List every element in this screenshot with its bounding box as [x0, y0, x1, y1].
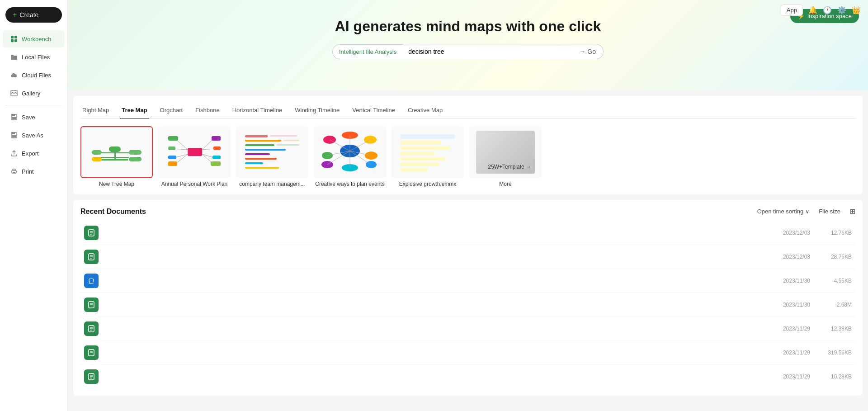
- table-row[interactable]: 2023/12/03 28.75KB: [80, 245, 855, 269]
- svg-rect-51: [277, 144, 299, 146]
- svg-rect-45: [245, 153, 270, 155]
- svg-line-26: [174, 149, 188, 150]
- template-card-creative-events[interactable]: Creative ways to plan events: [314, 126, 386, 187]
- template-card-explosive-growth[interactable]: Explosive growth.emmx: [392, 126, 464, 187]
- sidebar-item-save-as[interactable]: Save As: [3, 127, 65, 144]
- grid-icon[interactable]: ⚙️: [837, 6, 846, 14]
- svg-rect-7: [12, 117, 16, 119]
- card-preview-creative-events: [314, 126, 386, 178]
- tab-vertical-timeline[interactable]: Vertical Timeline: [350, 103, 397, 119]
- svg-rect-69: [401, 134, 455, 139]
- template-card-more[interactable]: 25W+Template → More: [469, 126, 542, 187]
- doc-size: 12.38KB: [816, 326, 852, 332]
- creative-preview-svg: [321, 131, 379, 174]
- doc-icon: [84, 226, 99, 240]
- svg-line-29: [202, 140, 212, 150]
- card-label-more: More: [469, 181, 542, 187]
- svg-rect-48: [245, 167, 279, 169]
- card-preview-explosive-growth: [392, 126, 464, 178]
- svg-rect-6: [12, 114, 15, 116]
- table-row[interactable]: 2023/12/03 12.76KB: [80, 221, 855, 245]
- card-preview-new-tree-map: [80, 126, 153, 178]
- sidebar-item-workbench[interactable]: Workbench: [3, 30, 65, 47]
- tab-right-map[interactable]: Right Map: [80, 103, 111, 119]
- tab-horizontal-timeline[interactable]: Horizontal Timeline: [231, 103, 284, 119]
- svg-line-30: [202, 149, 215, 150]
- svg-rect-14: [101, 159, 128, 161]
- doc-icon: [84, 274, 99, 288]
- bell-icon[interactable]: 🔔: [808, 6, 817, 14]
- table-row[interactable]: 2023/11/29 12.38KB: [80, 317, 855, 341]
- doc-size: 10.28KB: [816, 373, 852, 380]
- search-go-button[interactable]: → Go: [572, 44, 604, 59]
- svg-rect-21: [92, 157, 102, 161]
- templates-section: Right Map Tree Map Orgchart Fishbone Hor…: [73, 96, 863, 194]
- svg-rect-3: [14, 39, 17, 42]
- clock-icon[interactable]: 🕐: [823, 6, 832, 14]
- svg-rect-73: [401, 157, 446, 161]
- search-bar: Intelligent file Analysis → Go: [332, 44, 604, 59]
- create-button[interactable]: + Create: [5, 7, 62, 23]
- sidebar-item-label: Export: [22, 150, 39, 157]
- table-row[interactable]: 2023/11/29 319.56KB: [80, 341, 855, 365]
- table-row[interactable]: 2023/11/30 2.68M: [80, 293, 855, 317]
- view-toggle: ⊞: [849, 207, 855, 216]
- template-card-new-tree-map[interactable]: New Tree Map: [80, 126, 153, 187]
- sidebar-item-local-files[interactable]: Local Files: [3, 48, 65, 66]
- doc-size: 2.68M: [816, 302, 852, 308]
- company-preview-svg: [243, 131, 302, 174]
- svg-rect-37: [212, 136, 221, 141]
- table-row[interactable]: 2023/11/30 4.55KB: [80, 269, 855, 293]
- sidebar-item-label: Workbench: [22, 36, 52, 43]
- sidebar-item-export[interactable]: Export: [3, 145, 65, 162]
- svg-rect-44: [245, 149, 286, 151]
- tab-orgchart[interactable]: Orgchart: [158, 103, 185, 119]
- doc-size: 12.76KB: [816, 230, 852, 236]
- app-button[interactable]: App: [781, 5, 803, 16]
- save-icon: [10, 113, 18, 121]
- recent-title: Recent Documents: [80, 208, 146, 216]
- doc-size: 28.75KB: [816, 254, 852, 260]
- sidebar-item-gallery[interactable]: Gallery: [3, 85, 65, 102]
- doc-size: 319.56KB: [816, 350, 852, 356]
- svg-rect-50: [283, 140, 299, 141]
- svg-rect-41: [245, 135, 268, 137]
- tab-creative-map[interactable]: Creative Map: [406, 103, 444, 119]
- doc-date: 2023/11/29: [747, 373, 810, 380]
- svg-rect-20: [92, 150, 102, 155]
- card-label-new-tree-map: New Tree Map: [80, 181, 153, 187]
- tab-fishbone[interactable]: Fishbone: [193, 103, 221, 119]
- tab-tree-map[interactable]: Tree Map: [120, 103, 149, 119]
- svg-rect-33: [168, 136, 178, 141]
- sidebar-item-save[interactable]: Save: [3, 109, 65, 126]
- table-row[interactable]: 2023/11/29 10.28KB: [80, 365, 855, 388]
- more-template-count: 25W+Template →: [488, 164, 531, 170]
- svg-rect-36: [168, 161, 177, 166]
- tree-map-preview-svg: [87, 132, 146, 173]
- sidebar-item-label: Print: [22, 168, 34, 175]
- svg-rect-39: [212, 156, 221, 159]
- card-label-company-team: company team managem...: [236, 181, 308, 187]
- tab-winding-timeline[interactable]: Winding Timeline: [293, 103, 341, 119]
- card-label-explosive-growth: Explosive growth.emmx: [392, 181, 464, 187]
- svg-rect-75: [401, 168, 428, 171]
- create-label: Create: [19, 11, 38, 19]
- svg-rect-70: [401, 141, 441, 144]
- sidebar-item-cloud-files[interactable]: Cloud Files: [3, 66, 65, 84]
- card-label-creative-events: Creative ways to plan events: [314, 181, 386, 187]
- search-input[interactable]: [403, 44, 572, 59]
- sidebar-item-label: Gallery: [22, 90, 40, 97]
- recent-controls: Open time sorting ∨ File size ⊞: [757, 207, 855, 216]
- svg-rect-43: [245, 144, 274, 146]
- list-view-icon[interactable]: ⊞: [849, 207, 855, 216]
- template-card-annual-work-plan[interactable]: Annual Personal Work Plan: [158, 126, 231, 187]
- svg-rect-71: [401, 146, 450, 150]
- crown-icon[interactable]: 👑: [852, 6, 861, 14]
- sort-label: Open time sorting: [757, 208, 804, 215]
- doc-date: 2023/11/30: [747, 278, 810, 284]
- svg-rect-12: [13, 172, 15, 173]
- sort-button[interactable]: Open time sorting ∨: [757, 208, 810, 215]
- template-card-company-team[interactable]: company team managem...: [236, 126, 308, 187]
- folder-icon: [10, 53, 18, 61]
- sidebar-item-print[interactable]: Print: [3, 163, 65, 180]
